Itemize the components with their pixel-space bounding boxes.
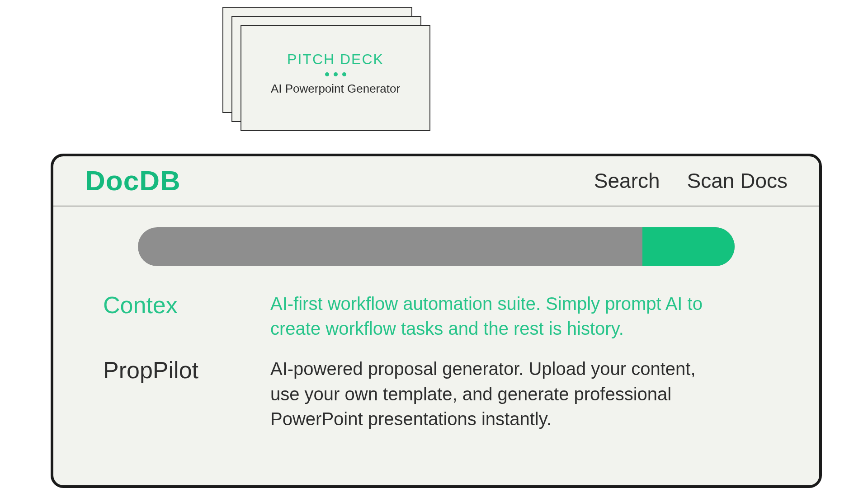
result-row-proppilot[interactable]: PropPilot AI-powered proposal generator.… [103,357,778,432]
progress-bar [138,227,735,266]
nav: Search Scan Docs [594,169,788,193]
app-window: DocDB Search Scan Docs Contex AI-first w… [51,154,822,488]
brand-logo[interactable]: DocDB [85,164,181,197]
result-row-contex[interactable]: Contex AI-first workflow automation suit… [103,291,778,341]
ellipsis-icon [241,72,429,76]
app-header: DocDB Search Scan Docs [53,156,819,206]
progress-fill [642,227,735,266]
results-list: Contex AI-first workflow automation suit… [53,266,819,432]
pitch-deck-stack[interactable]: PITCH DECK AI Powerpoint Generator [222,7,412,142]
deck-subtitle: AI Powerpoint Generator [241,82,429,96]
result-desc: AI-powered proposal generator. Upload yo… [270,357,722,432]
deck-title: PITCH DECK [241,51,429,68]
nav-scan-docs[interactable]: Scan Docs [687,169,788,193]
header-divider [53,206,819,206]
result-desc: AI-first workflow automation suite. Simp… [270,291,722,341]
result-name: PropPilot [103,357,252,384]
nav-search[interactable]: Search [594,169,660,193]
deck-card-front: PITCH DECK AI Powerpoint Generator [241,25,430,131]
result-name: Contex [103,291,252,319]
